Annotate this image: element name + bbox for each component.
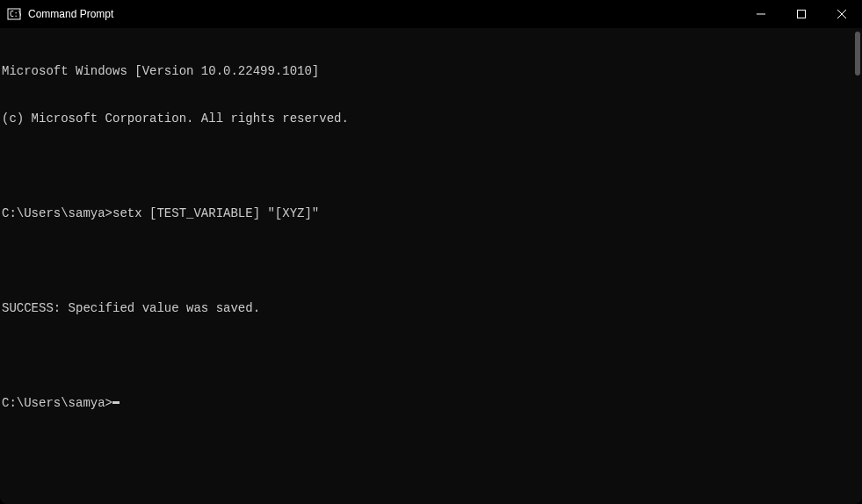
window-title: Command Prompt: [28, 8, 741, 20]
terminal-line: [2, 158, 860, 174]
terminal-prompt: C:\Users\samya>: [2, 395, 112, 411]
window-controls: [741, 0, 862, 28]
terminal-line: C:\Users\samya>setx [TEST_VARIABLE] "[XY…: [2, 205, 860, 221]
minimize-button[interactable]: [741, 0, 781, 28]
svg-text:C:\: C:\: [10, 11, 21, 18]
terminal-content: Microsoft Windows [Version 10.0.22499.10…: [2, 32, 860, 443]
svg-rect-3: [798, 11, 806, 18]
terminal-line: SUCCESS: Specified value was saved.: [2, 300, 860, 316]
scrollbar-thumb[interactable]: [855, 32, 860, 76]
close-button[interactable]: [822, 0, 862, 28]
maximize-button[interactable]: [781, 0, 822, 28]
terminal-line: [2, 253, 860, 269]
cmd-icon: C:\: [7, 7, 21, 21]
terminal-line: Microsoft Windows [Version 10.0.22499.10…: [2, 63, 860, 79]
terminal-body[interactable]: Microsoft Windows [Version 10.0.22499.10…: [0, 28, 862, 504]
terminal-line: (c) Microsoft Corporation. All rights re…: [2, 111, 860, 126]
titlebar[interactable]: C:\ Command Prompt: [0, 0, 862, 28]
terminal-cursor: [112, 401, 120, 404]
terminal-line: [2, 348, 860, 364]
terminal-prompt-line: C:\Users\samya>: [2, 395, 860, 411]
